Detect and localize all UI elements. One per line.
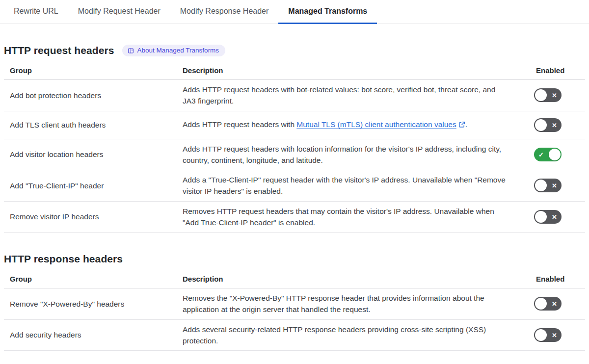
row-description: Removes HTTP request headers that may co… — [177, 206, 530, 229]
row-description: Adds several security-related HTTP respo… — [177, 324, 530, 347]
tab-managed-transforms[interactable]: Managed Transforms — [278, 0, 377, 24]
tab-modify-request-header[interactable]: Modify Request Header — [68, 0, 170, 24]
x-icon: ✕ — [552, 182, 557, 189]
column-header-description: Description — [177, 274, 530, 285]
toggle-knob — [535, 89, 547, 101]
toggle-knob — [535, 180, 547, 191]
x-icon: ✕ — [552, 332, 557, 338]
row-description: Removes the "X-Powered-By" HTTP response… — [177, 292, 530, 315]
table-row: Add visitor location headers Adds HTTP r… — [4, 139, 585, 171]
description-text: Adds HTTP request headers with — [183, 120, 296, 129]
badge-label: About Managed Transforms — [137, 47, 219, 54]
row-group-label: Add security headers — [4, 329, 177, 340]
tab-bar: Rewrite URL Modify Request Header Modify… — [0, 0, 589, 24]
table-row: Remove "X-Powered-By" headers Removes th… — [4, 288, 585, 320]
column-header-group: Group — [4, 65, 177, 77]
table-header-row: Group Description Enabled — [4, 271, 585, 288]
toggle-remove-x-powered-by-headers[interactable]: ✓ ✕ — [534, 297, 562, 311]
toggle-knob — [535, 211, 547, 223]
table-row: Remove visitor IP headers Removes HTTP r… — [4, 202, 585, 233]
row-group-label: Add bot protection headers — [4, 90, 177, 101]
column-header-enabled: Enabled — [530, 274, 585, 285]
x-icon: ✕ — [552, 213, 557, 220]
table-row: Add "True-Client-IP" header Adds a "True… — [4, 170, 585, 202]
table-row: Add security headers Adds several securi… — [4, 320, 585, 351]
mtls-docs-link[interactable]: Mutual TLS (mTLS) client authentication … — [296, 120, 456, 129]
row-description: Adds HTTP request headers with location … — [177, 143, 530, 166]
toggle-knob — [549, 149, 561, 160]
toggle-add-true-client-ip-header[interactable]: ✓ ✕ — [534, 179, 562, 192]
toggle-add-security-headers[interactable]: ✓ ✕ — [534, 328, 562, 342]
request-headers-table: Group Description Enabled Add bot protec… — [4, 62, 585, 233]
x-icon: ✕ — [552, 92, 557, 99]
response-headers-table: Group Description Enabled Remove "X-Powe… — [4, 271, 585, 351]
table-header-row: Group Description Enabled — [4, 62, 585, 80]
toggle-add-bot-protection-headers[interactable]: ✓ ✕ — [534, 88, 562, 102]
tab-rewrite-url[interactable]: Rewrite URL — [4, 0, 68, 24]
row-description: Adds HTTP request headers with Mutual TL… — [177, 119, 530, 131]
toggle-add-tls-client-auth-headers[interactable]: ✓ ✕ — [534, 118, 562, 132]
toggle-knob — [535, 298, 547, 310]
toggle-knob — [535, 329, 547, 341]
book-icon — [128, 48, 134, 54]
response-section-header: HTTP response headers — [4, 253, 585, 265]
check-icon: ✓ — [538, 151, 544, 157]
x-icon: ✕ — [552, 122, 557, 128]
row-description: Adds a "True-Client-IP" request header w… — [177, 174, 530, 197]
table-row: Add bot protection headers Adds HTTP req… — [4, 80, 585, 111]
request-section-title: HTTP request headers — [4, 45, 114, 56]
tab-modify-response-header[interactable]: Modify Response Header — [170, 0, 279, 24]
request-section-header: HTTP request headers About Managed Trans… — [4, 45, 585, 56]
external-link-icon[interactable] — [458, 120, 465, 131]
row-group-label: Add TLS client auth headers — [4, 119, 177, 130]
row-group-label: Add "True-Client-IP" header — [4, 180, 177, 191]
row-group-label: Add visitor location headers — [4, 149, 177, 160]
column-header-description: Description — [177, 65, 530, 77]
toggle-remove-visitor-ip-headers[interactable]: ✓ ✕ — [534, 210, 562, 224]
toggle-knob — [535, 119, 547, 131]
table-row: Add TLS client auth headers Adds HTTP re… — [4, 111, 585, 139]
row-description: Adds HTTP request headers with bot-relat… — [177, 84, 530, 107]
row-group-label: Remove visitor IP headers — [4, 211, 177, 222]
row-group-label: Remove "X-Powered-By" headers — [4, 298, 177, 310]
column-header-group: Group — [4, 274, 177, 285]
column-header-enabled: Enabled — [530, 65, 585, 77]
toggle-add-visitor-location-headers[interactable]: ✓ ✕ — [534, 148, 562, 161]
response-section-title: HTTP response headers — [4, 253, 123, 265]
about-managed-transforms-badge[interactable]: About Managed Transforms — [122, 45, 226, 56]
x-icon: ✕ — [552, 301, 557, 307]
description-text: . — [465, 120, 467, 129]
